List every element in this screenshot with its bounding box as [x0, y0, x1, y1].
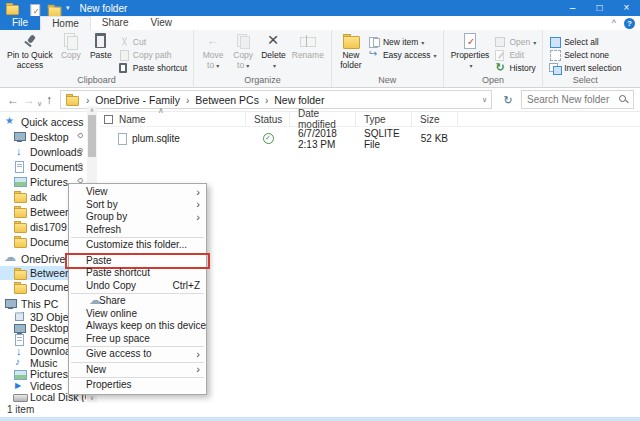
menu-item-view[interactable]: View [69, 186, 206, 199]
recent-locations-dropdown-icon[interactable]: ∨ [37, 96, 42, 112]
menu-separator[interactable] [71, 237, 204, 238]
new-folder-button[interactable]: New folder [336, 32, 366, 74]
address-dropdown-icon[interactable] [482, 96, 487, 104]
edit-button[interactable]: Edit [492, 48, 538, 61]
menu-item-paste-shortcut[interactable]: Paste shortcut [69, 267, 206, 280]
breadcrumb-item[interactable]: OneDrive - Family [95, 94, 180, 106]
tab-file[interactable]: File [0, 16, 40, 30]
menu-separator[interactable] [71, 346, 204, 347]
breadcrumb-item[interactable]: New folder [274, 94, 324, 106]
sidebar-item-documents[interactable]: Documents [0, 159, 86, 174]
search-icon [619, 95, 629, 105]
menu-item-customize-this-folder[interactable]: Customize this folder... [69, 239, 206, 252]
invert-selection-button[interactable]: Invert selection [547, 61, 623, 74]
back-button[interactable]: ← [7, 92, 19, 108]
tab-view[interactable]: View [140, 16, 184, 30]
menu-separator[interactable] [71, 377, 204, 378]
select-none-button[interactable]: Select none [547, 48, 623, 61]
menu-item-properties[interactable]: Properties [69, 379, 206, 392]
status-bar: 1 item [0, 402, 640, 417]
select-none-icon [549, 50, 561, 60]
menu-item-give-access-to[interactable]: Give access to [69, 348, 206, 361]
column-header-type[interactable]: Type [356, 112, 412, 126]
column-header-name[interactable]: Name [100, 112, 246, 126]
cut-button[interactable]: Cut [116, 35, 189, 48]
tab-share[interactable]: Share [91, 16, 140, 30]
collapse-ribbon-icon[interactable]: ^ [612, 18, 616, 28]
menu-item-undo-copy[interactable]: Undo Copy Ctrl+Z [69, 280, 206, 293]
paste-shortcut-button[interactable]: Paste shortcut [116, 61, 189, 74]
menu-item-always-keep-on-this-device[interactable]: Always keep on this device [69, 320, 206, 333]
download-icon [13, 146, 26, 157]
menu-item-share[interactable]: Share [69, 295, 206, 308]
scroll-up-icon[interactable] [87, 106, 97, 114]
maximize-button[interactable]: □ [586, 0, 613, 16]
menu-item-view-online[interactable]: View online [69, 308, 206, 321]
submenu-arrow-icon [196, 348, 200, 362]
select-all-checkbox[interactable] [104, 115, 113, 124]
close-button[interactable]: × [613, 0, 640, 16]
dropdown-icon [216, 60, 219, 71]
column-header-date-modified[interactable]: Date modified [290, 112, 356, 126]
paste-shortcut-icon [118, 63, 130, 73]
copy-button[interactable]: Copy [56, 32, 86, 74]
paste-button[interactable]: Paste [86, 32, 116, 74]
search-input[interactable] [522, 91, 633, 108]
tab-home[interactable]: Home [40, 16, 91, 30]
sidebar-item-desktop[interactable]: Desktop [0, 129, 86, 144]
breadcrumb-chevron-icon [80, 94, 95, 106]
folder-icon [65, 94, 78, 105]
file-row[interactable]: plum.sqlite 6/7/2018 2:13 PM SQLITE File… [100, 131, 640, 146]
select-all-button[interactable]: Select all [547, 35, 623, 48]
up-button[interactable]: ↑ [46, 92, 52, 108]
qat-new-folder-icon[interactable] [46, 4, 56, 13]
rename-button[interactable]: Rename [289, 32, 327, 74]
refresh-icon[interactable] [500, 92, 516, 108]
new-item-button[interactable]: New item [366, 35, 439, 48]
properties-button[interactable]: Properties [448, 32, 493, 74]
menu-item-paste[interactable]: Paste [69, 255, 206, 268]
sidebar-section-quick-access[interactable]: Quick access [0, 114, 86, 129]
menu-item-new[interactable]: New [69, 364, 206, 377]
ribbon-group-label: Open [444, 74, 543, 87]
menu-item-group-by[interactable]: Group by [69, 211, 206, 224]
forward-button[interactable]: → [23, 92, 35, 108]
pin-to-quick-access-button[interactable]: Pin to Quick access [4, 32, 56, 74]
minimize-button[interactable]: – [559, 0, 586, 16]
delete-button[interactable]: Delete [258, 32, 289, 74]
document-icon [13, 161, 26, 172]
breadcrumb[interactable]: OneDrive - Family Between PCs New folder [60, 90, 492, 109]
open-button[interactable]: Open [492, 35, 538, 48]
help-icon[interactable]: ? [624, 18, 635, 29]
copy-path-button[interactable]: Copy path [116, 48, 189, 61]
dropdown-icon [246, 60, 249, 71]
breadcrumb-chevron-icon [180, 94, 195, 106]
history-icon [494, 63, 506, 73]
dropdown-icon [469, 60, 472, 71]
column-headers: Name Status Date modified Type Size [100, 112, 640, 127]
breadcrumb-item[interactable]: Between PCs [195, 94, 259, 106]
copy-to-button[interactable]: Copy to [228, 32, 258, 74]
menu-separator[interactable] [71, 253, 204, 254]
qat-customize-dropdown-icon[interactable]: ▾ [66, 4, 70, 12]
qat-properties-icon[interactable] [27, 4, 37, 13]
menu-separator[interactable] [71, 362, 204, 363]
menu-item-free-up-space[interactable]: Free up space [69, 333, 206, 346]
select-all-icon [549, 37, 561, 47]
scroll-down-icon[interactable] [87, 394, 97, 402]
dropdown-icon [273, 60, 276, 71]
delete-icon [263, 33, 283, 49]
invert-selection-icon [549, 63, 561, 73]
sidebar-item-downloads[interactable]: Downloads [0, 144, 86, 159]
easy-access-button[interactable]: Easy access [366, 48, 439, 61]
pin-icon [20, 33, 40, 49]
star-icon [4, 116, 17, 127]
copy-path-icon [118, 50, 130, 60]
history-button[interactable]: History [492, 61, 538, 74]
menu-item-sort-by[interactable]: Sort by [69, 199, 206, 212]
move-to-button[interactable]: Move to [198, 32, 228, 74]
scrollbar-thumb[interactable] [88, 115, 96, 157]
column-header-size[interactable]: Size [412, 112, 458, 126]
menu-item-refresh[interactable]: Refresh [69, 224, 206, 237]
column-header-status[interactable]: Status [246, 112, 290, 126]
